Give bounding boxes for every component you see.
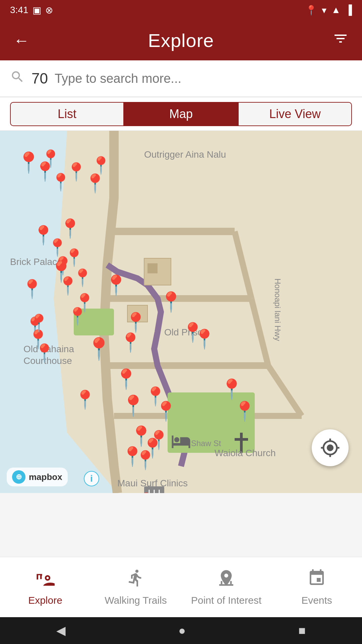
svg-rect-71 — [219, 584, 233, 586]
svg-text:📍: 📍 — [124, 311, 147, 333]
poi-icon — [217, 569, 236, 591]
battery-icon: ▐ — [345, 5, 352, 15]
android-back[interactable]: ◀ — [56, 624, 66, 638]
android-nav-bar: ◀ ● ■ — [0, 617, 362, 644]
svg-text:📍: 📍 — [114, 368, 138, 391]
svg-text:📍: 📍 — [59, 218, 82, 239]
svg-text:Outrigger Aina Nalu: Outrigger Aina Nalu — [144, 149, 226, 160]
svg-text:📍: 📍 — [34, 342, 55, 363]
tab-map[interactable]: Map — [124, 102, 238, 126]
search-icon — [10, 69, 25, 88]
svg-text:📍: 📍 — [74, 389, 97, 411]
nav-events-label: Events — [301, 595, 332, 606]
nav-walking-trails[interactable]: Walking Trails — [90, 569, 181, 606]
svg-text:📍: 📍 — [121, 394, 146, 418]
wifi-icon: ▾ — [322, 5, 326, 16]
events-icon — [307, 569, 326, 591]
search-input[interactable] — [55, 71, 352, 86]
svg-text:📍: 📍 — [84, 172, 107, 194]
svg-text:📍: 📍 — [49, 260, 74, 283]
svg-text:📍: 📍 — [220, 378, 244, 401]
svg-text:📍: 📍 — [40, 149, 61, 169]
mapbox-label: mapbox — [29, 472, 62, 482]
explore-icon — [36, 569, 55, 591]
info-button[interactable]: i — [84, 471, 99, 486]
svg-text:📍: 📍 — [147, 429, 170, 451]
sim-icon: ▣ — [33, 5, 41, 16]
svg-text:📍: 📍 — [134, 492, 159, 493]
walking-trails-icon — [126, 569, 145, 591]
time-display: 3:41 — [10, 5, 28, 15]
svg-text:📍: 📍 — [21, 278, 44, 300]
header: ← Explore — [0, 20, 362, 60]
nav-point-of-interest[interactable]: Point of Interest — [181, 569, 272, 606]
location-button[interactable] — [312, 429, 349, 466]
nav-poi-label: Point of Interest — [191, 595, 261, 606]
svg-text:📍: 📍 — [159, 290, 183, 314]
nav-events[interactable]: Events — [272, 569, 362, 606]
svg-text:📍: 📍 — [67, 306, 88, 326]
nav-explore-label: Explore — [28, 595, 62, 606]
filter-button[interactable] — [333, 31, 349, 50]
android-recents[interactable]: ■ — [298, 624, 306, 638]
signal-icon: ▲ — [331, 5, 341, 15]
nav-explore[interactable]: Explore — [0, 569, 90, 606]
android-home[interactable]: ● — [178, 624, 186, 638]
status-bar: 3:41 ▣ ⊗ 📍 ▾ ▲ ▐ — [0, 0, 362, 20]
svg-text:Waiola Church: Waiola Church — [215, 448, 276, 458]
svg-text:📍: 📍 — [193, 328, 216, 350]
back-button[interactable]: ← — [13, 31, 29, 50]
bottom-nav: Explore Walking Trails Point of Interest — [0, 557, 362, 617]
page-title: Explore — [148, 30, 214, 51]
svg-text:📍: 📍 — [28, 313, 50, 333]
mapbox-logo: ⊕ mapbox — [7, 468, 68, 486]
svg-text:Shaw St: Shaw St — [191, 439, 221, 448]
accommodation-icon — [169, 431, 193, 456]
svg-text:Honoapi lani Hwy: Honoapi lani Hwy — [273, 278, 282, 341]
map-area[interactable]: Outrigger Aina Nalu Brick Palace Old Lah… — [0, 131, 362, 493]
nav-walking-trails-label: Walking Trails — [105, 595, 167, 606]
tab-list[interactable]: List — [10, 102, 124, 126]
svg-text:📍: 📍 — [85, 336, 112, 362]
search-bar: 70 — [0, 60, 362, 97]
svg-text:📍: 📍 — [144, 385, 167, 407]
no-disturb-icon: ⊗ — [45, 5, 53, 16]
svg-text:📍: 📍 — [119, 332, 142, 354]
svg-text:📍: 📍 — [90, 155, 112, 175]
result-count: 70 — [32, 70, 48, 87]
tab-live-view[interactable]: Live View — [238, 102, 352, 126]
location-icon: 📍 — [305, 5, 317, 16]
svg-text:📍: 📍 — [104, 274, 128, 297]
tab-switcher: List Map Live View — [0, 97, 362, 131]
mapbox-icon: ⊕ — [12, 470, 25, 484]
svg-text:📍: 📍 — [233, 400, 256, 422]
svg-rect-12 — [147, 263, 158, 273]
